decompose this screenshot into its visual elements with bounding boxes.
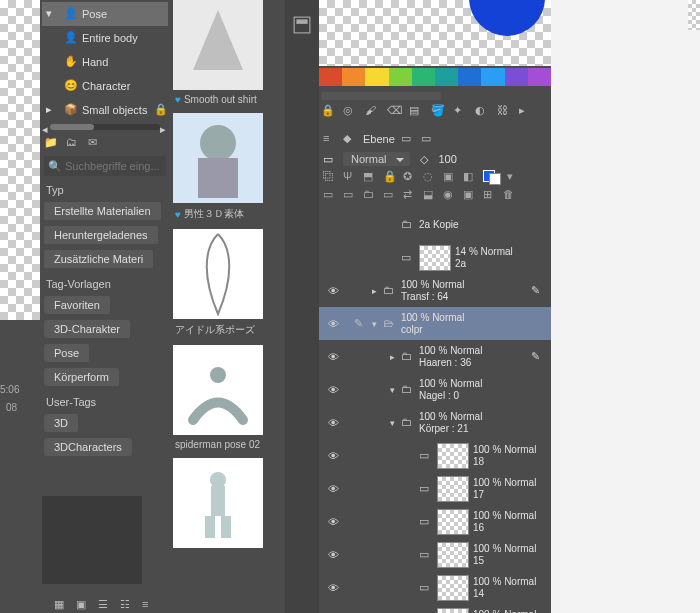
combine-icon[interactable]: ⊞ (483, 188, 497, 202)
layer-row-8[interactable]: 👁▭100 % Normal17 (319, 472, 551, 505)
visibility-icon[interactable]: 👁 (319, 505, 347, 538)
swatch-0[interactable] (319, 68, 342, 86)
link-icon[interactable]: ⛓ (497, 104, 513, 120)
layer-row-9[interactable]: 👁▭100 % Normal16 (319, 505, 551, 538)
type-chip-2[interactable]: Zusätzliche Materi (44, 250, 153, 268)
tag-chip-0[interactable]: Favoriten (44, 296, 110, 314)
thumb-2[interactable]: アイドル系ポーズ (173, 229, 263, 343)
folder-icon[interactable]: 📁 (44, 136, 58, 150)
merge-icon[interactable]: ⬓ (423, 188, 437, 202)
visibility-icon[interactable]: 👁 (319, 406, 347, 439)
visibility-icon[interactable] (319, 241, 347, 274)
color-swatches[interactable] (319, 68, 551, 86)
link2-icon[interactable]: Ψ (343, 170, 357, 184)
tree-scrollbar[interactable]: ◂▸ (42, 122, 168, 132)
visibility-icon[interactable]: 👁 (319, 571, 347, 604)
chevron-down-icon[interactable]: ▾ (507, 170, 521, 184)
panel-menu-icon[interactable]: ≡ (323, 132, 337, 146)
opacity-slider[interactable] (321, 92, 441, 100)
thumb-0[interactable]: ♥Smooth out shirt (173, 0, 263, 111)
compact-icon[interactable]: ≡ (142, 598, 156, 612)
tree-item-0[interactable]: ▾👤Pose (42, 2, 168, 26)
tree-item-2[interactable]: ✋Hand (42, 50, 168, 74)
trash-icon[interactable]: 🗑 (503, 188, 517, 202)
gradient-icon[interactable]: ▤ (409, 104, 425, 120)
pencil-icon[interactable]: ✎ (351, 317, 365, 330)
mask2-icon[interactable]: ▣ (443, 170, 457, 184)
visibility-icon[interactable]: 👁 (319, 307, 347, 340)
ruler-icon[interactable]: ◧ (463, 170, 477, 184)
swatch-6[interactable] (458, 68, 481, 86)
mask3-icon[interactable]: ◉ (443, 188, 457, 202)
visibility-icon[interactable]: 👁 (319, 472, 347, 505)
swatch-5[interactable] (435, 68, 458, 86)
caret-icon[interactable]: ▾ (387, 385, 397, 395)
dock-icon[interactable] (293, 16, 311, 34)
tree-item-4[interactable]: ▸📦Small objects🔒 (42, 98, 168, 122)
brush-icon[interactable]: 🖌 (365, 104, 381, 120)
list-icon[interactable]: ☰ (98, 598, 112, 612)
swatch-4[interactable] (412, 68, 435, 86)
layer-list[interactable]: 🗀2a Kopie▭14 % Normal2a👁▸🗀100 % NormalTr… (319, 208, 551, 613)
layer-row-4[interactable]: 👁▸🗀100 % NormalHaaren : 36✎ (319, 340, 551, 373)
opacity-handle-icon[interactable]: ◇ (420, 153, 428, 166)
visibility-icon[interactable]: 👁 (319, 538, 347, 571)
edit-icon[interactable]: ✎ (531, 350, 547, 363)
layer-row-10[interactable]: 👁▭100 % Normal15 (319, 538, 551, 571)
layer-row-2[interactable]: 👁▸🗀100 % NormalTransf : 64✎ (319, 274, 551, 307)
visibility-icon[interactable]: 👁 (319, 604, 347, 613)
fx-icon[interactable]: ✦ (453, 104, 469, 120)
visibility-icon[interactable]: 👁 (319, 274, 347, 307)
tag-chip-1[interactable]: 3D-Charakter (44, 320, 130, 338)
transfer-icon[interactable]: ⇄ (403, 188, 417, 202)
mail-icon[interactable]: ✉ (88, 136, 102, 150)
panel-extra-icon[interactable]: ▭ (401, 132, 415, 146)
panel-extra2-icon[interactable]: ▭ (421, 132, 435, 146)
caret-icon[interactable]: ▸ (387, 352, 397, 362)
lock-icon[interactable]: 🔒 (321, 104, 337, 120)
lock2-icon[interactable]: 🔒 (383, 170, 397, 184)
thumb-4[interactable] (173, 458, 263, 558)
apply-icon[interactable]: ▣ (463, 188, 477, 202)
canvas-view[interactable] (319, 0, 551, 66)
layer-row-11[interactable]: 👁▭100 % Normal14 (319, 571, 551, 604)
tree-item-3[interactable]: 😊Character (42, 74, 168, 98)
user-chip-0[interactable]: 3D (44, 414, 78, 432)
type-chip-0[interactable]: Erstellte Materialien (44, 202, 161, 220)
edit-icon[interactable]: ✎ (531, 284, 547, 297)
eraser-icon[interactable]: ⌫ (387, 104, 403, 120)
new-frame-icon[interactable]: ▭ (383, 188, 397, 202)
thumb-1[interactable]: ♥男性３Ｄ素体 (173, 113, 263, 227)
tag-chip-2[interactable]: Pose (44, 344, 89, 362)
color-pair-icon[interactable] (483, 170, 501, 184)
caret-icon[interactable]: ▸ (369, 286, 379, 296)
visibility-icon[interactable]: 👁 (319, 373, 347, 406)
tree-item-1[interactable]: 👤Entire body (42, 26, 168, 50)
layer-row-3[interactable]: 👁✎▾🗁100 % Normalcolpr (319, 307, 551, 340)
blend-rect-icon[interactable]: ▭ (323, 153, 333, 166)
caret-icon[interactable]: ▾ (387, 418, 397, 428)
blend-mode-select[interactable]: Normal (343, 152, 410, 166)
visibility-icon[interactable]: 👁 (319, 439, 347, 472)
detail-icon[interactable]: ☷ (120, 598, 134, 612)
layer-row-12[interactable]: 👁▭100 % Normal13a (319, 604, 551, 613)
visibility-icon[interactable] (319, 208, 347, 241)
new-layer-icon[interactable]: ▭ (323, 188, 337, 202)
layer-row-5[interactable]: 👁▾🗀100 % NormalNagel : 0 (319, 373, 551, 406)
user-chip-1[interactable]: 3DCharacters (44, 438, 132, 456)
bucket-icon[interactable]: 🪣 (431, 104, 447, 120)
caret-icon[interactable]: ▾ (369, 319, 379, 329)
new-vector-icon[interactable]: ▭ (343, 188, 357, 202)
type-chip-1[interactable]: Heruntergeladenes (44, 226, 158, 244)
swatch-9[interactable] (528, 68, 551, 86)
clip-icon[interactable]: ⬒ (363, 170, 377, 184)
visibility-icon[interactable]: 👁 (319, 340, 347, 373)
swatch-3[interactable] (389, 68, 412, 86)
new-folder-icon[interactable]: 🗂 (66, 136, 80, 150)
material-search[interactable]: 🔍 (44, 156, 166, 176)
tag-chip-3[interactable]: Körperform (44, 368, 119, 386)
menu-icon[interactable]: ▸ (519, 104, 535, 120)
layer-row-0[interactable]: 🗀2a Kopie (319, 208, 551, 241)
target-icon[interactable]: ◎ (343, 104, 359, 120)
grid-large-icon[interactable]: ▣ (76, 598, 90, 612)
